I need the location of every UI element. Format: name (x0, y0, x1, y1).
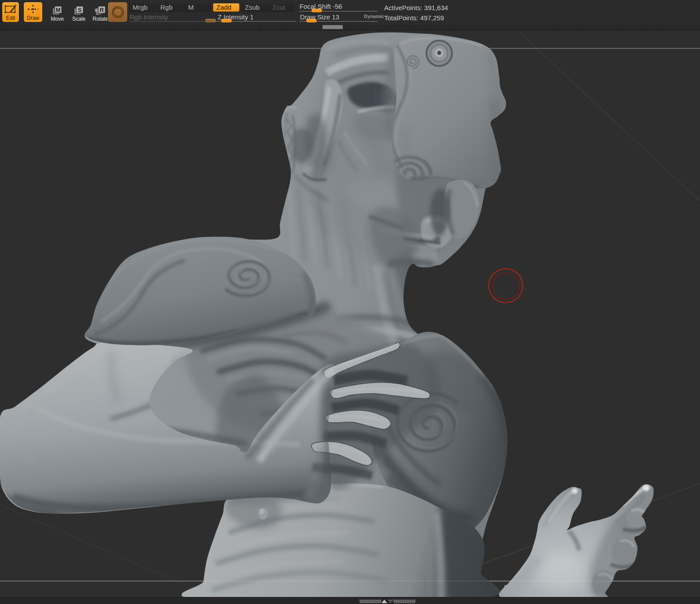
svg-text:M: M (56, 7, 61, 13)
svg-text:S: S (78, 7, 82, 13)
svg-text:R: R (100, 7, 104, 13)
